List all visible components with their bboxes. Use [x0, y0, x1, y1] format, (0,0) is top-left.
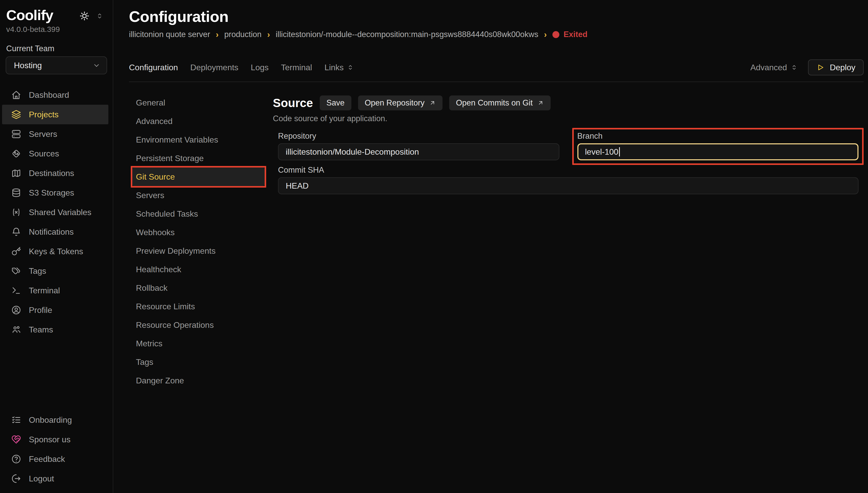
source-description: Code source of your application.: [273, 114, 864, 123]
subnav-item-label: Rollback: [136, 283, 168, 293]
sidebar-nav: Dashboard Projects Servers Sources Desti…: [0, 85, 113, 339]
tab-label: Deployments: [190, 63, 238, 72]
branch-label: Branch: [577, 131, 859, 141]
source-heading: Source: [273, 96, 313, 110]
main-content: Configuration illicitonion quote server …: [113, 0, 868, 493]
branch-field-group-annotation: Branch level-100: [572, 128, 864, 165]
subnav-item-label: Preview Deployments: [136, 246, 215, 256]
sidebar-item-terminal[interactable]: Terminal: [0, 281, 113, 300]
breadcrumb-item[interactable]: illicitonion quote server: [129, 30, 210, 39]
coolify-app: Coolify v4.0.0-beta.399 Current Team Hos…: [0, 0, 868, 493]
sidebar: Coolify v4.0.0-beta.399 Current Team Hos…: [0, 0, 113, 493]
tab-logs[interactable]: Logs: [251, 63, 269, 72]
sidebar-header: Coolify: [6, 7, 104, 23]
subnav-item-general[interactable]: General: [132, 93, 264, 112]
subnav-item-scheduled-tasks[interactable]: Scheduled Tasks: [132, 205, 264, 223]
deploy-button[interactable]: Deploy: [808, 60, 864, 76]
subnav-item-environment-variables[interactable]: Environment Variables: [132, 130, 264, 149]
branch-input-value: level-100: [585, 147, 618, 157]
subnav-item-preview-deployments[interactable]: Preview Deployments: [132, 242, 264, 260]
subnav-item-metrics[interactable]: Metrics: [132, 334, 264, 353]
subnav-item-servers[interactable]: Servers: [132, 186, 264, 205]
advanced-dropdown-label: Advanced: [750, 63, 787, 72]
sidebar-item-label: Shared Variables: [29, 208, 91, 217]
source-panel: Source Save Open Repository Open Commits…: [273, 93, 864, 493]
status-text: Exited: [564, 30, 588, 39]
text-cursor: [619, 147, 620, 156]
breadcrumb-chevron-icon: ›: [544, 29, 547, 39]
breadcrumb-item-group-0: illicitonion quote server ›: [129, 29, 218, 39]
commit-sha-input[interactable]: HEAD: [278, 177, 859, 194]
sidebar-item-destinations[interactable]: Destinations: [0, 164, 113, 183]
current-team-label: Current Team: [6, 44, 107, 53]
save-button[interactable]: Save: [320, 95, 352, 110]
users-icon: [11, 325, 21, 335]
sidebar-item-dashboard[interactable]: Dashboard: [0, 85, 113, 105]
sidebar-width-chevrons-icon[interactable]: [96, 12, 104, 20]
subnav-item-git-source[interactable]: Git Source: [132, 168, 264, 186]
database-icon: [11, 188, 21, 198]
arrow-up-right-icon: [537, 100, 544, 106]
repository-input[interactable]: illicitestonion/Module-Decomposition: [278, 143, 559, 160]
tab-label: Configuration: [129, 63, 178, 72]
subnav-item-resource-operations[interactable]: Resource Operations: [132, 316, 264, 334]
server-icon: [11, 129, 21, 139]
tab-deployments[interactable]: Deployments: [190, 63, 238, 72]
tab-label: Logs: [251, 63, 269, 72]
sidebar-item-sponsor-us[interactable]: Sponsor us: [0, 430, 113, 449]
subnav-item-danger-zone[interactable]: Danger Zone: [132, 371, 264, 390]
sidebar-item-projects[interactable]: Projects: [2, 105, 108, 124]
sidebar-item-profile[interactable]: Profile: [0, 300, 113, 320]
branch-input[interactable]: level-100: [577, 143, 859, 160]
key-icon: [11, 246, 21, 256]
sidebar-item-sources[interactable]: Sources: [0, 144, 113, 164]
layers-icon: [11, 110, 21, 120]
subnav-item-label: Resource Limits: [136, 302, 195, 311]
sidebar-item-shared-variables[interactable]: Shared Variables: [0, 202, 113, 222]
sidebar-item-label: Projects: [29, 110, 59, 120]
sidebar-item-label: Feedback: [29, 454, 65, 464]
subnav-item-persistent-storage[interactable]: Persistent Storage: [132, 149, 264, 168]
tab-terminal[interactable]: Terminal: [281, 63, 312, 72]
sidebar-item-onboarding[interactable]: Onboarding: [0, 410, 113, 430]
sidebar-item-tags[interactable]: Tags: [0, 261, 113, 281]
chevrons-up-down-icon: [790, 64, 798, 71]
sidebar-item-feedback[interactable]: Feedback: [0, 449, 113, 469]
subnav-item-tags[interactable]: Tags: [132, 353, 264, 371]
repository-input-value: illicitestonion/Module-Decomposition: [286, 147, 419, 157]
sidebar-item-servers[interactable]: Servers: [0, 124, 113, 144]
tab-links[interactable]: Links: [324, 63, 354, 72]
subnav-item-webhooks[interactable]: Webhooks: [132, 223, 264, 242]
tabbar-actions: Advanced Deploy: [750, 60, 864, 76]
subnav-item-rollback[interactable]: Rollback: [132, 279, 264, 297]
user-circle-icon: [11, 305, 21, 315]
open-commits-button[interactable]: Open Commits on Git: [449, 95, 551, 110]
breadcrumb-item[interactable]: illicitestonion/-module--decomposition:m…: [276, 30, 538, 39]
sidebar-item-teams[interactable]: Teams: [0, 320, 113, 339]
team-selector[interactable]: Hosting: [6, 56, 107, 74]
subnav-item-resource-limits[interactable]: Resource Limits: [132, 297, 264, 316]
terminal-icon: [11, 286, 21, 295]
subnav-item-label: Resource Operations: [136, 320, 214, 330]
breadcrumb-items: illicitonion quote server › production ›…: [129, 29, 547, 39]
subnav-item-advanced[interactable]: Advanced: [132, 112, 264, 130]
open-repository-button[interactable]: Open Repository: [358, 95, 443, 110]
map-icon: [11, 168, 21, 178]
tab-label: Terminal: [281, 63, 312, 72]
sidebar-item-label: S3 Storages: [29, 188, 74, 198]
subnav-item-label: Scheduled Tasks: [136, 209, 198, 219]
heart-handshake-icon: [11, 434, 21, 444]
theme-toggle-sun-icon[interactable]: [79, 11, 90, 21]
advanced-dropdown[interactable]: Advanced: [750, 63, 798, 72]
sidebar-item-keys-tokens[interactable]: Keys & Tokens: [0, 242, 113, 261]
sidebar-item-s3-storages[interactable]: S3 Storages: [0, 183, 113, 202]
tab-configuration[interactable]: Configuration: [129, 63, 178, 72]
sidebar-item-label: Notifications: [29, 227, 73, 237]
sidebar-item-notifications[interactable]: Notifications: [0, 222, 113, 242]
sidebar-item-label: Keys & Tokens: [29, 247, 83, 256]
subnav-item-healthcheck[interactable]: Healthcheck: [132, 260, 264, 279]
sidebar-item-logout[interactable]: Logout: [0, 469, 113, 488]
breadcrumb-item[interactable]: production: [224, 30, 261, 39]
sidebar-item-label: Dashboard: [29, 90, 69, 100]
commit-sha-label: Commit SHA: [278, 166, 859, 175]
